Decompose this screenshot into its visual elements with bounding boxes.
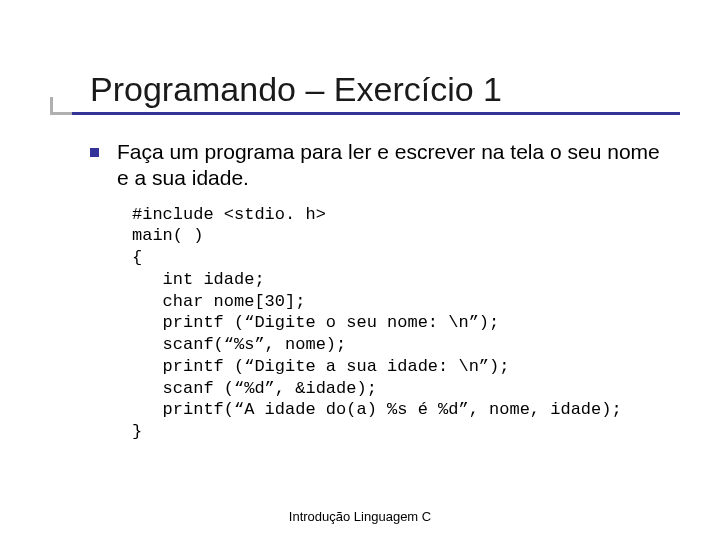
title-wrap: Programando – Exercício 1 bbox=[90, 70, 670, 109]
bullet-text: Faça um programa para ler e escrever na … bbox=[117, 139, 670, 192]
bullet-row: Faça um programa para ler e escrever na … bbox=[90, 139, 670, 192]
code-line: #include <stdio. h> bbox=[132, 205, 326, 224]
code-line: printf (“Digite o seu nome: \n”); bbox=[132, 313, 499, 332]
code-line: } bbox=[132, 422, 142, 441]
underline-segment-long bbox=[72, 112, 680, 115]
code-line: printf (“Digite a sua idade: \n”); bbox=[132, 357, 509, 376]
code-line: main( ) bbox=[132, 226, 203, 245]
code-line: scanf(“%s”, nome); bbox=[132, 335, 346, 354]
slide-footer: Introdução Linguagem C bbox=[0, 509, 720, 524]
slide-body: Faça um programa para ler e escrever na … bbox=[90, 139, 670, 443]
code-line: { bbox=[132, 248, 142, 267]
code-line: char nome[30]; bbox=[132, 292, 305, 311]
square-bullet-icon bbox=[90, 148, 99, 157]
code-block: #include <stdio. h> main( ) { int idade;… bbox=[132, 204, 670, 443]
slide: Programando – Exercício 1 Faça um progra… bbox=[0, 0, 720, 540]
title-underline bbox=[50, 112, 680, 115]
code-line: scanf (“%d”, &idade); bbox=[132, 379, 377, 398]
code-line: int idade; bbox=[132, 270, 265, 289]
underline-segment-short bbox=[50, 112, 72, 115]
code-line: printf(“A idade do(a) %s é %d”, nome, id… bbox=[132, 400, 622, 419]
page-title: Programando – Exercício 1 bbox=[90, 70, 670, 109]
